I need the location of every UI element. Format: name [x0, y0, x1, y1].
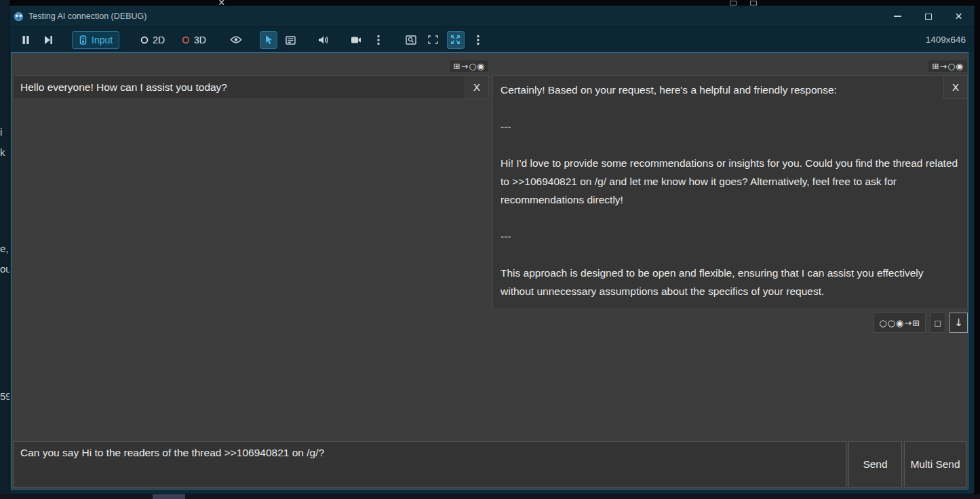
maximize-button[interactable]	[913, 6, 943, 26]
transfer-back-button[interactable]: ○○◉→⊞	[874, 313, 926, 333]
next-frame-button[interactable]	[39, 31, 57, 49]
pause-icon	[21, 35, 31, 45]
selection-list-button[interactable]	[282, 31, 300, 49]
circle-2d-icon	[140, 36, 149, 44]
expand-window-button[interactable]	[447, 31, 465, 49]
select-mode-button[interactable]	[260, 31, 277, 49]
input-mode-label: Input	[92, 35, 113, 45]
kebab-icon	[477, 35, 479, 45]
background-window-icon	[730, 1, 737, 5]
visibility-button[interactable]	[227, 31, 245, 49]
kebab-icon	[377, 35, 380, 45]
bg-text-fragment: ou	[0, 263, 9, 275]
zoom-region-button[interactable]	[402, 31, 420, 49]
right-response-panel: ⊞→○◉ Certainly! Based on your request, h…	[492, 60, 968, 333]
bg-text-fragment: k	[0, 146, 5, 158]
window-controls: ×	[882, 6, 974, 26]
zoom-region-icon	[406, 35, 416, 45]
godot-icon	[14, 12, 24, 22]
titlebar[interactable]: Testing AI connection (DEBUG) ×	[10, 6, 974, 26]
right-transfer-button[interactable]: ⊞→○◉	[928, 60, 968, 73]
minimize-icon	[894, 16, 901, 17]
camera-button[interactable]	[347, 31, 365, 49]
camera-3d-button[interactable]: 3D	[176, 31, 212, 49]
camera-icon	[351, 36, 361, 44]
resolution-label: 1409x646	[926, 35, 966, 45]
close-icon: ×	[955, 10, 962, 22]
audio-icon	[318, 35, 329, 45]
background-window-icon	[750, 1, 757, 5]
fullscreen-button[interactable]	[425, 31, 442, 49]
screen: i k e, ou 59 × Testing AI connection (DE…	[0, 0, 980, 499]
background-taskbar-item	[153, 494, 185, 499]
window-title: Testing AI connection (DEBUG)	[28, 12, 146, 21]
left-chat-panel: ⊞→○◉ Hello everyone! How can I assist yo…	[13, 60, 489, 99]
bg-text-fragment: i	[0, 126, 2, 138]
cursor-icon	[264, 35, 273, 45]
background-taskbar-strip	[0, 494, 980, 499]
square-button[interactable]: □	[930, 313, 945, 333]
maximize-icon	[925, 14, 932, 20]
response-text: Certainly! Based on your request, here's…	[501, 81, 959, 300]
scroll-down-button[interactable]: ↓	[949, 313, 968, 333]
game-viewport: ⊞→○◉ Hello everyone! How can I assist yo…	[11, 52, 968, 490]
input-icon	[79, 35, 87, 45]
visibility-icon	[230, 35, 242, 44]
minimize-button[interactable]	[882, 6, 913, 26]
bg-text-fragment: e,	[0, 243, 9, 254]
circle-3d-icon	[182, 36, 190, 44]
input-mode-button[interactable]: Input	[72, 31, 119, 49]
embed-options-button[interactable]	[469, 31, 487, 49]
chat-input[interactable]: Can you say Hi to the readers of the thr…	[13, 441, 846, 487]
next-frame-icon	[43, 35, 53, 45]
camera-3d-label: 3D	[194, 35, 206, 45]
close-button[interactable]: ×	[943, 6, 974, 26]
multi-send-button[interactable]: Multi Send	[904, 441, 966, 487]
chat-input-bar: Can you say Hi to the readers of the thr…	[13, 441, 966, 487]
pause-button[interactable]	[17, 31, 35, 49]
left-message-text: Hello everyone! How can I assist you tod…	[14, 81, 227, 94]
response-controls: ○○◉→⊞ □ ↓	[492, 313, 968, 333]
bg-text-fragment: 59	[0, 391, 9, 402]
debug-toolbar: Input 2D 3D	[10, 26, 974, 52]
more-options-button[interactable]	[370, 31, 387, 49]
response-box: Certainly! Based on your request, here's…	[492, 75, 968, 309]
left-close-button[interactable]: X	[465, 76, 488, 98]
viewport-frame: ⊞→○◉ Hello everyone! How can I assist yo…	[10, 52, 974, 494]
audio-button[interactable]	[315, 31, 332, 49]
camera-2d-label: 2D	[153, 35, 165, 45]
godot-game-window: Testing AI connection (DEBUG) ×	[9, 5, 975, 494]
selection-list-icon	[286, 35, 296, 45]
left-transfer-button[interactable]: ⊞→○◉	[449, 60, 489, 73]
expand-icon	[450, 35, 460, 45]
fullscreen-icon	[428, 35, 438, 44]
left-message-bar: Hello everyone! How can I assist you tod…	[13, 75, 489, 99]
background-window-edge: i k e, ou 59	[0, 0, 9, 494]
camera-2d-button[interactable]: 2D	[134, 31, 171, 49]
send-button[interactable]: Send	[848, 441, 902, 487]
right-close-button[interactable]: X	[943, 76, 967, 99]
